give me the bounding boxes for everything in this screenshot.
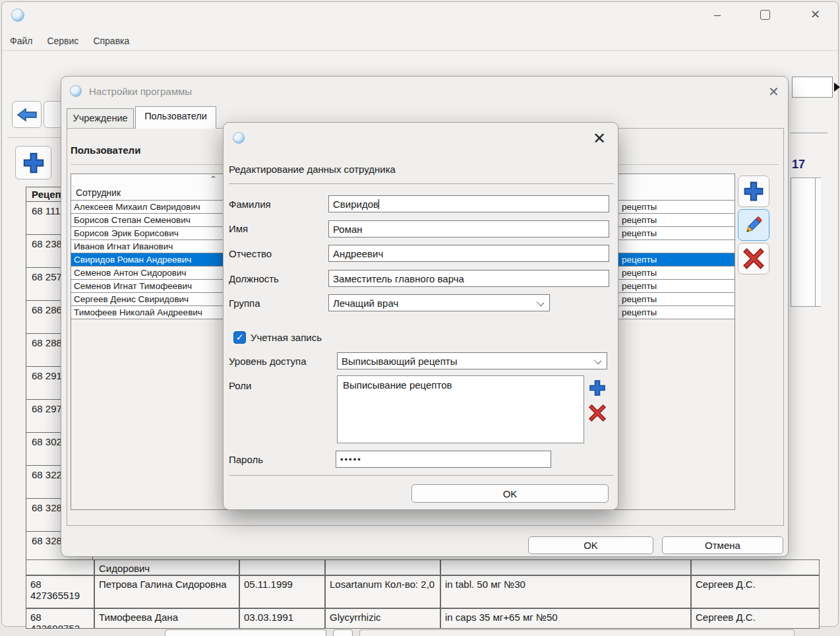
maximize-button[interactable] — [760, 10, 770, 20]
account-checkbox-label: Учетная запись — [251, 332, 322, 343]
menu-item-3[interactable]: Справка — [90, 36, 132, 46]
rx-partial-row-cell[interactable] — [26, 559, 94, 575]
bottom-bar-fragment — [165, 629, 326, 636]
cross-icon — [588, 404, 607, 422]
middle-name-label: Отчество — [229, 248, 272, 259]
record-count: 17 — [792, 158, 805, 172]
rx-row-1-cell[interactable]: Losartanum Кол-во: 2,0 — [325, 575, 440, 608]
settings-ok-button[interactable]: OK — [528, 536, 653, 554]
plus-icon — [588, 379, 607, 397]
first-name-label: Имя — [229, 223, 248, 234]
last-name-field[interactable]: Свиридов — [328, 195, 609, 212]
add-prescription-button[interactable] — [15, 146, 51, 179]
users-col-header[interactable]: Сотрудник ⌃ — [71, 174, 224, 201]
minimize-button[interactable]: – — [714, 9, 721, 20]
rx-row-1-cell[interactable]: in tabl. 50 мг №30 — [440, 575, 691, 608]
settings-dialog-icon — [70, 85, 82, 97]
back-button[interactable] — [12, 101, 42, 128]
rx-partial-row-cell[interactable] — [239, 559, 325, 575]
spinner-arrow-icon[interactable] — [834, 82, 840, 92]
bottom-bar-fragment-3 — [359, 629, 795, 636]
users-section-title: Пользователи — [71, 144, 140, 156]
user-list-item[interactable]: Семенов Игнат Тимофеевич — [71, 280, 224, 293]
roles-listbox[interactable]: Выписывание рецептов — [337, 375, 584, 443]
account-checkbox[interactable]: ✓ — [233, 331, 246, 344]
rx-row-1-cell[interactable]: Сергеев Д.С. — [691, 575, 820, 608]
edit-dialog-icon — [233, 132, 245, 144]
tab-users[interactable]: Пользователи — [135, 106, 216, 129]
search-input[interactable] — [792, 77, 833, 98]
rx-partial-row-cell[interactable] — [440, 559, 691, 575]
rx-row-2-cell[interactable]: 03.03.1991 — [239, 608, 325, 629]
user-list-item[interactable]: Тимофеев Николай Андреевич — [71, 306, 224, 319]
remove-role-button[interactable] — [587, 402, 608, 424]
user-list-item[interactable]: Семенов Антон Сидорович — [71, 267, 224, 280]
user-list-item[interactable]: Борисов Эрик Борисович — [71, 227, 224, 240]
cross-icon — [742, 247, 765, 270]
tab-institution[interactable]: Учреждение — [67, 108, 134, 128]
settings-cancel-button[interactable]: Отмена — [662, 536, 783, 554]
bg-separator — [791, 133, 827, 133]
user-list-item[interactable]: Свиридов Роман Андреевич — [71, 253, 224, 267]
plus-icon — [742, 180, 765, 203]
chevron-down-icon — [537, 299, 544, 306]
footer-separator — [229, 475, 614, 476]
user-list-item[interactable]: Иванов Игнат Иванович — [71, 240, 224, 253]
user-list-item[interactable]: Алексеев Михаил Свиридович — [71, 201, 224, 214]
main-titlebar: – ✕ — [2, 2, 838, 30]
settings-close-icon[interactable]: ✕ — [768, 85, 779, 98]
rx-row-1-cell[interactable]: 05.11.1999 — [239, 575, 325, 608]
pencil-icon — [742, 214, 765, 236]
settings-dialog-title: Настройки программы — [89, 86, 192, 97]
position-label: Должность — [229, 273, 279, 284]
add-user-button[interactable] — [738, 175, 769, 207]
main-menubar: ФайлСервисСправка — [2, 31, 838, 51]
roles-label: Роли — [229, 380, 252, 391]
bg-table-fragment — [791, 177, 821, 307]
edit-ok-button[interactable]: OK — [411, 484, 609, 503]
text-caret — [378, 199, 379, 209]
group-label: Группа — [229, 298, 260, 309]
rx-row-2-cell[interactable]: Glycyrrhizic — [325, 608, 440, 629]
rx-partial-row-cell[interactable]: Сидорович — [94, 559, 239, 575]
app-logo-icon — [11, 9, 24, 22]
edit-employee-dialog: ✕ Редактирование данных сотрудника Фамил… — [223, 122, 618, 510]
menu-item-2[interactable]: Сервис — [44, 36, 81, 46]
roles-list-item[interactable]: Выписывание рецептов — [343, 379, 578, 391]
access-level-select[interactable]: Выписывающий рецепты — [337, 352, 607, 369]
edit-user-button[interactable] — [738, 209, 769, 241]
edit-close-icon[interactable]: ✕ — [593, 129, 606, 148]
plus-icon — [22, 151, 45, 175]
chevron-up-icon[interactable]: ⌃ — [210, 174, 217, 184]
rx-row-1-cell[interactable]: 68 427365519 — [26, 575, 94, 608]
user-list-item[interactable]: Сергеев Денис Свиридович — [71, 293, 224, 306]
first-name-field[interactable]: Роман — [328, 220, 609, 238]
access-level-label: Уровень доступа — [229, 356, 307, 367]
group-select[interactable]: Лечащий врач — [328, 294, 550, 311]
rx-row-2-cell[interactable]: Сергеев Д.С. — [691, 608, 820, 629]
middle-name-field[interactable]: Андреевич — [328, 245, 609, 262]
menu-item-1[interactable]: Файл — [7, 36, 35, 46]
user-list-item[interactable]: Борисов Степан Семенович — [71, 214, 224, 227]
position-field[interactable]: Заместитель главного варча — [328, 270, 609, 287]
header-separator — [229, 183, 614, 184]
add-role-button[interactable] — [587, 377, 608, 398]
chevron-down-icon — [594, 357, 601, 364]
bottom-bar-fragment-2 — [333, 629, 353, 636]
delete-user-button[interactable] — [738, 243, 769, 274]
edit-dialog-header: Редактирование данных сотрудника — [229, 164, 396, 175]
toolbar-separator — [7, 137, 63, 138]
rx-row-2-cell[interactable]: Тимофеева Дана — [94, 608, 239, 629]
close-button[interactable]: ✕ — [810, 9, 820, 20]
rx-partial-row-cell[interactable] — [325, 559, 440, 575]
rx-row-2-cell[interactable]: in caps 35 мг+65 мг №50 — [440, 608, 691, 629]
rx-partial-row-cell[interactable] — [691, 559, 820, 575]
password-field[interactable]: ••••• — [336, 451, 551, 468]
rx-row-1-cell[interactable]: Петрова Галина Сидоровна — [94, 575, 239, 608]
rx-row-2-cell[interactable]: 68 432698752 — [26, 608, 94, 629]
left-arrow-icon — [17, 108, 37, 121]
password-label: Пароль — [229, 454, 263, 465]
last-name-label: Фамилия — [229, 199, 271, 210]
